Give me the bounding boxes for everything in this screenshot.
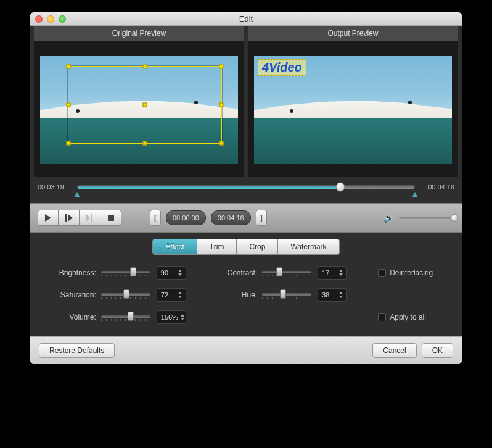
crop-rectangle[interactable]: [68, 66, 222, 144]
tab-effect[interactable]: Effect: [152, 239, 197, 255]
tab-crop[interactable]: Crop: [237, 239, 278, 255]
brightness-slider[interactable]: [101, 267, 150, 278]
deinterlacing-checkbox[interactable]: Deinterlacing: [378, 268, 443, 277]
timeline-slider[interactable]: [77, 185, 415, 189]
stop-button[interactable]: [100, 210, 121, 226]
tab-trim[interactable]: Trim: [197, 239, 237, 255]
volume-label: Volume:: [49, 313, 101, 321]
apply-to-all-checkbox[interactable]: Apply to all: [378, 313, 443, 321]
time-current: 00:03:19: [38, 183, 71, 191]
zoom-icon[interactable]: [59, 15, 66, 23]
volume-effect-slider[interactable]: [101, 312, 150, 323]
svg-rect-5: [108, 215, 114, 221]
saturation-label: Saturation:: [49, 291, 101, 299]
contrast-label: Contrast:: [217, 268, 262, 277]
contrast-slider[interactable]: [262, 267, 311, 278]
original-preview-label: Original Preview: [34, 26, 244, 41]
hue-slider[interactable]: [262, 289, 311, 301]
brightness-label: Brightness:: [49, 268, 101, 277]
minimize-icon[interactable]: [47, 15, 54, 23]
watermark-overlay: 4Video: [258, 59, 306, 76]
saturation-value[interactable]: 72: [157, 288, 186, 302]
trim-in-marker[interactable]: [74, 192, 80, 197]
close-icon[interactable]: [35, 15, 43, 23]
svg-marker-2: [68, 214, 73, 222]
svg-marker-0: [45, 214, 51, 222]
hue-value[interactable]: 38: [318, 288, 347, 302]
hue-label: Hue:: [217, 291, 262, 299]
brightness-value[interactable]: 90: [157, 266, 186, 280]
original-preview[interactable]: [34, 41, 244, 177]
saturation-slider[interactable]: [101, 289, 150, 301]
tab-watermark[interactable]: Watermark: [278, 239, 339, 255]
contrast-value[interactable]: 17: [318, 266, 347, 280]
bracket-in-time: 00:00:00: [166, 210, 206, 225]
bracket-out-time: 00:04:16: [211, 210, 251, 225]
output-preview: 4Video: [248, 41, 458, 177]
svg-rect-1: [65, 214, 67, 222]
step-button[interactable]: [59, 210, 80, 226]
window-title: Edit: [30, 14, 462, 23]
bracket-in-button[interactable]: [: [150, 210, 161, 226]
edit-window: Edit Original Preview: [30, 12, 462, 364]
trim-out-marker[interactable]: [412, 192, 418, 197]
restore-defaults-button[interactable]: Restore Defaults: [39, 343, 115, 358]
svg-marker-3: [86, 214, 90, 222]
time-duration: 00:04:16: [421, 183, 454, 191]
volume-icon: 🔊: [383, 213, 394, 223]
svg-rect-4: [91, 214, 92, 222]
bracket-out-button[interactable]: ]: [256, 210, 267, 226]
volume-slider[interactable]: [399, 217, 454, 219]
volume-value[interactable]: 156%: [157, 310, 186, 324]
ok-button[interactable]: OK: [422, 343, 453, 358]
titlebar[interactable]: Edit: [30, 12, 462, 26]
output-preview-label: Output Preview: [248, 26, 458, 41]
next-button[interactable]: [80, 210, 100, 226]
cancel-button[interactable]: Cancel: [372, 343, 416, 358]
tabs: Effect Trim Crop Watermark: [30, 233, 462, 261]
play-button[interactable]: [38, 210, 59, 226]
timeline-handle[interactable]: [335, 183, 345, 192]
